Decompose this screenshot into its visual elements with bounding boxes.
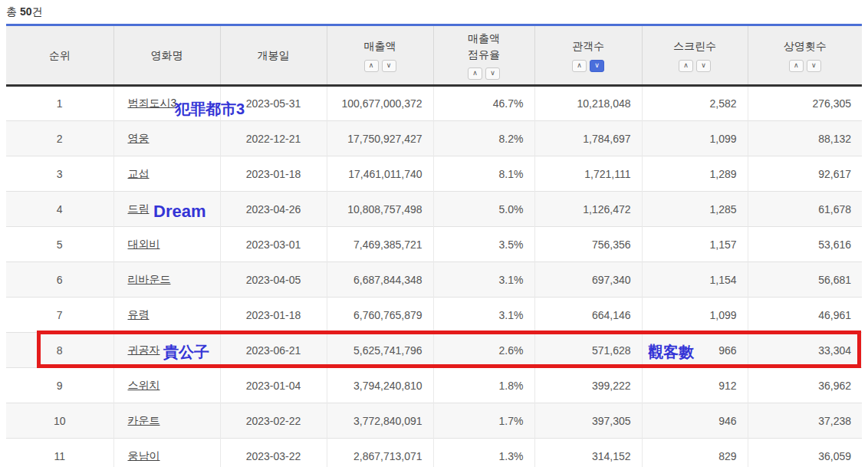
screens-cell: 829 — [642, 439, 748, 467]
showings-cell: 88,132 — [748, 121, 862, 156]
sort-asc-button-screens[interactable]: ∧ — [679, 60, 693, 72]
sales-cell: 6,760,765,879 — [327, 298, 433, 333]
sort-asc-button-showings[interactable]: ∧ — [789, 60, 804, 72]
column-header-sales: 매출액∧∨ — [327, 25, 433, 86]
audience-cell: 756,356 — [534, 227, 642, 262]
movie-title-link[interactable]: 범죄도시3 — [128, 97, 177, 109]
table-row: 4드림2023-04-2610,808,757,4985.0%1,126,472… — [6, 192, 862, 227]
column-label-sales_share: 매출액 점유율 — [434, 31, 534, 62]
showings-cell: 61,678 — [748, 192, 862, 227]
release_date-cell: 2023-06-21 — [220, 333, 327, 368]
sales-cell: 3,772,840,091 — [327, 403, 433, 439]
release_date-cell: 2023-04-05 — [220, 262, 327, 298]
movie-title-link[interactable]: 교섭 — [128, 167, 150, 179]
sales_share-cell: 1.7% — [433, 403, 534, 439]
table-row: 1범죄도시32023-05-31100,677,000,37246.7%10,2… — [6, 86, 862, 121]
sort-desc-button-sales_share[interactable]: ∨ — [485, 67, 500, 80]
movie-title-link[interactable]: 대외비 — [128, 238, 160, 250]
title-cell: 유령 — [113, 298, 220, 333]
audience-cell: 664,146 — [534, 298, 642, 333]
release_date-cell: 2023-01-18 — [220, 298, 327, 333]
column-header-rank: 순위 — [6, 25, 113, 86]
title-cell: 스위치 — [113, 368, 220, 403]
sales_share-cell: 8.1% — [433, 156, 534, 192]
screens-cell: 1,099 — [642, 298, 748, 333]
sort-asc-button-audience[interactable]: ∧ — [572, 60, 587, 72]
showings-cell: 36,962 — [748, 368, 862, 403]
sales_share-cell: 46.7% — [433, 86, 534, 121]
rank-cell: 8 — [6, 333, 113, 368]
sort-desc-button-sales[interactable]: ∨ — [382, 60, 396, 72]
sales-cell: 7,469,385,721 — [327, 227, 433, 262]
table-row: 9스위치2023-01-043,794,240,8101.8%399,22291… — [6, 368, 862, 403]
movie-title-link[interactable]: 스위치 — [128, 379, 160, 391]
screens-cell: 912 — [642, 368, 748, 403]
audience-cell: 1,126,472 — [534, 192, 642, 227]
movie-title-link[interactable]: 유령 — [128, 308, 150, 321]
screens-cell: 1,285 — [642, 192, 748, 227]
audience-cell: 10,218,048 — [534, 86, 642, 121]
column-header-release_date: 개봉일 — [220, 25, 327, 86]
audience-cell: 571,628 — [534, 333, 642, 368]
title-cell: 영웅 — [113, 121, 220, 156]
title-cell: 웅남이 — [113, 439, 220, 467]
column-header-sales_share: 매출액 점유율∧∨ — [433, 25, 534, 86]
showings-cell: 37,238 — [748, 403, 862, 439]
sales-cell: 2,867,713,071 — [327, 439, 433, 467]
rank-cell: 6 — [6, 262, 113, 298]
column-label-rank: 순위 — [6, 48, 113, 63]
movie-title-link[interactable]: 영웅 — [128, 132, 150, 144]
release_date-cell: 2022-12-21 — [220, 121, 327, 156]
sort-desc-button-audience[interactable]: ∨ — [590, 60, 604, 72]
screens-cell: 1,157 — [642, 227, 748, 262]
movie-title-link[interactable]: 리바운드 — [128, 273, 171, 285]
table-row: 2영웅2022-12-2117,750,927,4278.2%1,784,697… — [6, 121, 862, 156]
column-header-screens: 스크린수∧∨ — [642, 25, 748, 86]
movie-title-link[interactable]: 드림 — [128, 202, 150, 215]
column-label-showings: 상영횟수 — [748, 38, 863, 54]
rank-cell: 9 — [6, 368, 113, 403]
rank-cell: 1 — [6, 86, 113, 121]
rank-cell: 4 — [6, 192, 113, 227]
sort-desc-button-showings[interactable]: ∨ — [807, 60, 821, 72]
result-count-suffix: 건 — [31, 5, 42, 18]
table-row: 11웅남이2023-03-222,867,713,0711.3%314,1528… — [6, 439, 862, 467]
table-row: 3교섭2023-01-1817,461,011,7408.1%1,721,111… — [6, 156, 862, 192]
release_date-cell: 2023-03-22 — [220, 439, 327, 467]
sales-cell: 3,794,240,810 — [327, 368, 433, 403]
movie-title-link[interactable]: 귀공자 — [128, 344, 160, 356]
sales_share-cell: 2.6% — [433, 333, 534, 368]
title-cell: 카운트 — [113, 403, 220, 439]
result-count: 총 50건 — [6, 5, 42, 19]
showings-cell: 92,617 — [748, 156, 862, 192]
table-row: 10카운트2023-02-223,772,840,0911.7%397,3059… — [6, 403, 862, 439]
title-cell: 교섭 — [113, 156, 220, 192]
movie-title-link[interactable]: 웅남이 — [128, 449, 160, 462]
sales_share-cell: 3.1% — [433, 262, 534, 298]
audience-cell: 1,721,111 — [534, 156, 642, 192]
showings-cell: 276,305 — [748, 86, 862, 121]
release_date-cell: 2023-02-22 — [220, 403, 327, 439]
table-row: 8귀공자2023-06-215,625,741,7962.6%571,62896… — [6, 333, 862, 368]
sales_share-cell: 5.0% — [433, 192, 534, 227]
release_date-cell: 2023-03-01 — [220, 227, 327, 262]
rank-cell: 5 — [6, 227, 113, 262]
rank-cell: 7 — [6, 298, 113, 333]
table-row: 5대외비2023-03-017,469,385,7213.5%756,3561,… — [6, 227, 862, 262]
screens-cell: 1,099 — [642, 121, 748, 156]
showings-cell: 33,304 — [748, 333, 862, 368]
sort-asc-button-sales[interactable]: ∧ — [364, 60, 379, 72]
sales-cell: 17,461,011,740 — [327, 156, 433, 192]
column-header-showings: 상영횟수∧∨ — [748, 25, 862, 86]
result-count-number: 50 — [20, 5, 32, 18]
sales_share-cell: 3.5% — [433, 227, 534, 262]
header-row: 순위영화명개봉일매출액∧∨매출액 점유율∧∨관객수∧∨스크린수∧∨상영횟수∧∨ — [6, 25, 862, 86]
movie-title-link[interactable]: 카운트 — [128, 414, 160, 426]
rank-cell: 10 — [6, 403, 113, 439]
sort-asc-button-sales_share[interactable]: ∧ — [468, 67, 482, 80]
audience-cell: 1,784,697 — [534, 121, 642, 156]
column-header-audience: 관객수∧∨ — [534, 25, 642, 86]
sort-desc-button-screens[interactable]: ∨ — [696, 60, 711, 72]
sort-controls-screens: ∧∨ — [643, 60, 748, 72]
column-label-audience: 관객수 — [535, 38, 642, 54]
